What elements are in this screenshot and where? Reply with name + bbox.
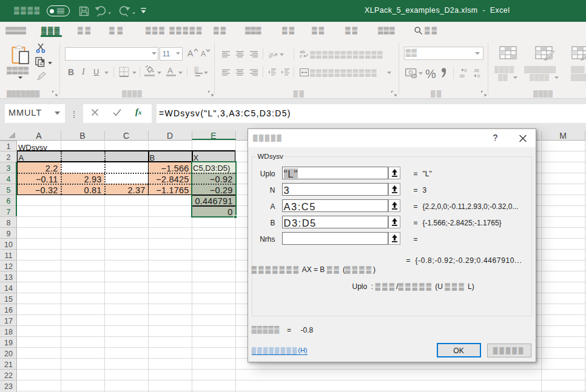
svg-text:0: 0 — [477, 74, 480, 78]
svg-text:c: c — [300, 53, 302, 58]
svg-text:ab: ab — [269, 51, 275, 59]
svg-text:.00: .00 — [473, 68, 479, 73]
svg-text:.00: .00 — [459, 74, 465, 78]
svg-text:0: 0 — [465, 68, 467, 73]
